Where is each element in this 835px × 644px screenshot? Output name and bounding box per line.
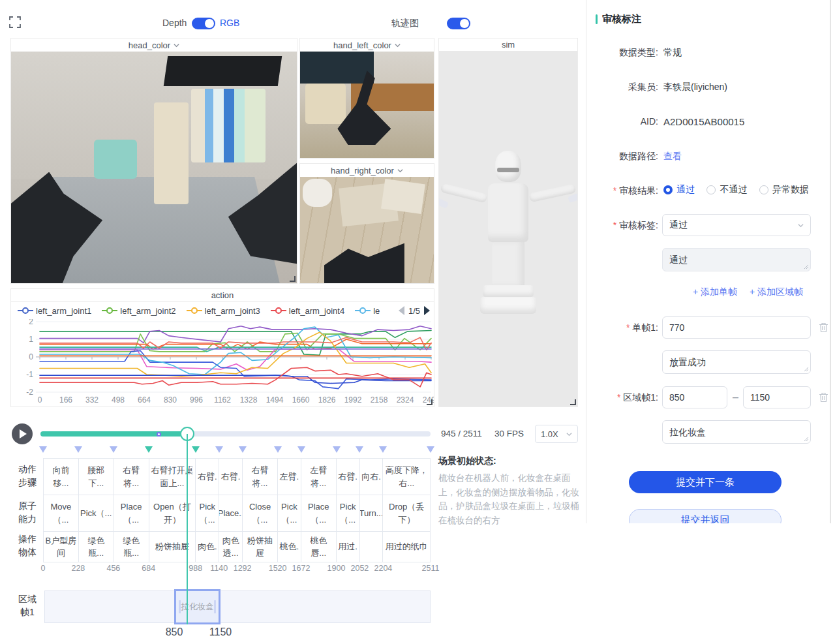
region-left-handle[interactable] [179, 600, 181, 613]
step-marker-icon[interactable] [239, 446, 247, 453]
step-cell[interactable]: 向右. [360, 459, 384, 495]
active-step-marker-icon[interactable] [192, 446, 200, 453]
hand-right-camera-header[interactable]: hand_right_color [300, 164, 434, 177]
action-line-chart[interactable]: 210-1-2016633249866483099611621328149416… [11, 319, 434, 406]
legend-next-icon[interactable] [424, 306, 430, 315]
step-cell[interactable]: 右臂. [337, 459, 360, 495]
step-cell[interactable]: 高度下降，右... [383, 459, 431, 495]
textarea-resize-icon[interactable] [804, 264, 809, 269]
legend-label: left_arm_joint2 [120, 306, 175, 316]
object-cell[interactable]: B户型房间 [44, 532, 79, 562]
resize-handle-icon[interactable] [427, 399, 433, 405]
object-cell[interactable] [360, 532, 384, 562]
region-start-input[interactable]: 850 [662, 386, 727, 408]
speed-select[interactable]: 1.0X [535, 425, 578, 443]
steps-row: 向前移...腰部下...右臂将...右臂打开桌面上...右臂.右臂.右臂将...… [44, 458, 431, 495]
step-marker-icon[interactable] [74, 446, 82, 453]
step-marker-icon[interactable] [427, 446, 434, 453]
step-cell[interactable]: 右臂打开桌面上... [149, 459, 196, 495]
object-cell[interactable]: 粉饼抽屉 [243, 532, 278, 562]
step-marker-icon[interactable] [333, 446, 341, 453]
step-cell[interactable]: 左臂. [278, 459, 301, 495]
step-cell[interactable]: 右臂. [219, 459, 243, 495]
step-cell[interactable]: 向前移... [44, 459, 79, 495]
hand-left-camera-header[interactable]: hand_left_color [300, 38, 434, 52]
depth-rgb-toggle[interactable] [192, 18, 215, 29]
add-region-frame-button[interactable]: + 添加区域帧 [750, 286, 803, 298]
atom-cell[interactable]: Open（打开） [149, 495, 196, 531]
step-cell[interactable]: 腰部下... [79, 459, 114, 495]
legend-prev-icon[interactable] [399, 306, 404, 315]
single-frame-input[interactable]: 770 [662, 316, 811, 339]
atom-cell[interactable]: Place（... [301, 495, 337, 531]
step-cell[interactable]: 右臂将... [114, 459, 149, 495]
legend-item-left_arm_joint1[interactable]: left_arm_joint1 [18, 306, 91, 316]
step-marker-icon[interactable] [215, 446, 223, 453]
svg-text:0: 0 [29, 352, 33, 361]
textarea-resize-icon[interactable] [804, 367, 809, 372]
head-camera-header[interactable]: head_color [11, 38, 297, 52]
review-result-option-不通过[interactable]: 不通过 [706, 184, 747, 196]
review-result-option-异常数据[interactable]: 异常数据 [759, 184, 809, 196]
add-single-frame-button[interactable]: + 添加单帧 [693, 286, 737, 298]
step-marker-icon[interactable] [356, 446, 363, 453]
legend-item-le[interactable]: le [355, 306, 380, 316]
step-cell[interactable]: 左臂将... [301, 459, 337, 495]
step-marker-icon[interactable] [110, 446, 117, 453]
atom-cell[interactable]: Close（... [243, 495, 278, 531]
resize-handle-icon[interactable] [570, 399, 576, 405]
atom-cell[interactable]: Turn... [360, 495, 384, 531]
play-button[interactable] [12, 423, 33, 444]
atom-cell[interactable]: Place.. [219, 495, 243, 531]
active-step-marker-icon[interactable] [145, 446, 153, 453]
legend-item-left_arm_joint3[interactable]: left_arm_joint3 [187, 306, 260, 316]
object-cell[interactable]: 粉饼抽屉 [149, 532, 196, 562]
region-frame-block[interactable]: 拉化妆盒 [174, 589, 220, 624]
atom-cell[interactable]: Pick（... [196, 495, 219, 531]
atom-cell[interactable]: Pick（... [278, 495, 301, 531]
object-cell[interactable]: 桃色. [278, 532, 301, 562]
submit-back-button[interactable]: 提交并返回 [629, 509, 782, 523]
region-right-handle[interactable] [214, 600, 216, 613]
trajectory-toggle[interactable] [447, 18, 470, 29]
sim-viewport[interactable] [439, 51, 577, 406]
object-cell[interactable]: 用过的纸巾 [383, 532, 431, 562]
view-data-path-link[interactable]: 查看 [663, 151, 682, 162]
single-frame-note-textarea[interactable]: 放置成功 [662, 350, 811, 374]
region-end-input[interactable]: 1150 [743, 386, 811, 408]
atom-cell[interactable]: Drop（丢下） [383, 495, 431, 531]
step-marker-icon[interactable] [379, 446, 387, 453]
step-marker-icon[interactable] [39, 446, 47, 453]
legend-series-icon [102, 307, 117, 314]
atom-cell[interactable]: Place（... [114, 495, 149, 531]
submit-next-button[interactable]: 提交并下一条 [629, 471, 782, 493]
atom-cell[interactable]: Move（... [44, 495, 79, 531]
scrollbar[interactable] [830, 0, 831, 523]
step-cell[interactable]: 右臂将... [243, 459, 278, 495]
atom-cell[interactable]: Pick（... [79, 495, 114, 531]
resize-handle-icon[interactable] [290, 276, 296, 282]
object-cell[interactable]: 绿色瓶... [114, 532, 149, 562]
object-cell[interactable]: 用过. [337, 532, 360, 562]
legend-item-left_arm_joint2[interactable]: left_arm_joint2 [102, 306, 175, 316]
object-cell[interactable]: 桃色唇... [301, 532, 337, 562]
review-tag-select[interactable]: 通过 [662, 214, 811, 236]
region-track[interactable] [44, 590, 431, 623]
delete-single-frame-icon[interactable] [819, 322, 828, 333]
fullscreen-icon[interactable] [9, 16, 21, 28]
region-note-textarea[interactable]: 拉化妆盒 [662, 420, 811, 444]
step-cell[interactable]: 右臂. [196, 459, 219, 495]
atom-cell[interactable]: Pick（... [337, 495, 360, 531]
textarea-resize-icon[interactable] [804, 437, 809, 442]
delete-region-frame-icon[interactable] [819, 392, 828, 403]
object-cell[interactable]: 绿色瓶... [79, 532, 114, 562]
object-cell[interactable]: 肉色透... [219, 532, 243, 562]
step-marker-icon[interactable] [297, 446, 305, 453]
playhead-line[interactable] [187, 434, 188, 624]
chevron-down-icon [395, 42, 401, 48]
review-result-option-通过[interactable]: 通过 [663, 184, 695, 196]
object-cell[interactable]: 肉色. [196, 532, 219, 562]
legend-item-left_arm_joint4[interactable]: left_arm_joint4 [271, 306, 344, 316]
review-tag-note-textarea[interactable]: 通过 [662, 248, 811, 271]
step-marker-icon[interactable] [274, 446, 282, 453]
